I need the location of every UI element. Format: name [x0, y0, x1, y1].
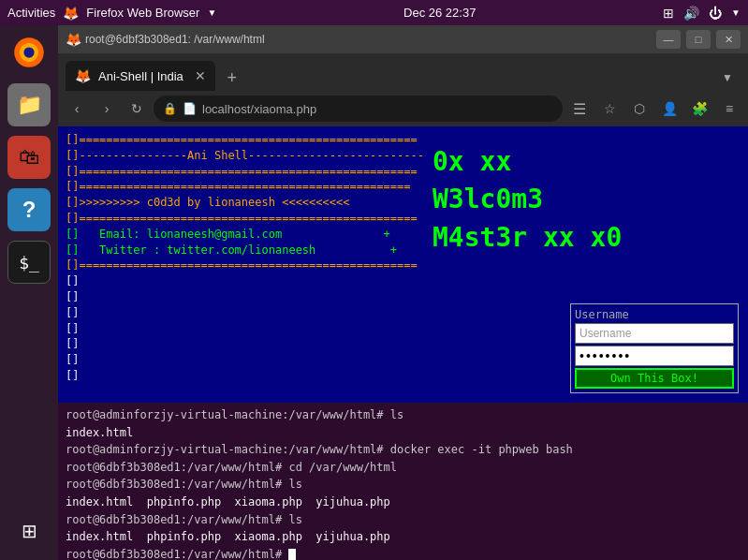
banner-line-3: []======================================…	[66, 164, 406, 180]
banner-line-2: []----------------Ani Shell-------------…	[66, 148, 406, 164]
tab-firefox-icon: 🦊	[75, 68, 91, 83]
url-path: /xiaoma.php	[250, 102, 316, 116]
url-protocol: localhost	[202, 102, 250, 116]
chevron-icon[interactable]: ▼	[731, 7, 741, 18]
dock-help[interactable]: ?	[7, 188, 51, 231]
dropdown-arrow[interactable]: ▼	[207, 7, 216, 18]
files-icon: 📁	[17, 93, 42, 117]
term-line-9: root@6dbf3b308ed1:/var/www/html#	[66, 546, 741, 560]
back-button[interactable]: ‹	[64, 96, 90, 122]
new-tab-button[interactable]: +	[219, 65, 245, 91]
term-line-4: root@6dbf3b308ed1:/var/www/html# cd /var…	[66, 459, 741, 477]
window-controls: — □ ✕	[656, 30, 741, 49]
welcome-line2: W3lc0m3	[433, 183, 543, 216]
tab-list-button[interactable]: ▼	[714, 65, 741, 91]
terminal-icon: $_	[19, 253, 39, 273]
window-maximize-button[interactable]: □	[686, 30, 711, 49]
banner-empty-1: []	[66, 273, 406, 289]
topbar-right: ⊞ 🔊 ⏻ ▼	[663, 6, 748, 21]
window-title-area: 🦊 root@6dbf3b308ed1: /var/www/html	[66, 32, 265, 47]
welcome-line3: M4st3r xx x0	[433, 221, 622, 255]
banner-empty-4: []	[66, 321, 406, 337]
window-close-button[interactable]: ✕	[716, 30, 741, 49]
own-box-button[interactable]: Own This Box!	[575, 368, 734, 389]
pocket-icon[interactable]: ⬡	[626, 96, 653, 122]
power-icon[interactable]: ⏻	[709, 6, 722, 21]
left-dock: 📁 🛍 ? $_ ⊞	[0, 25, 58, 560]
banner-twitter: [] Twitter : twitter.com/lionaneesh +	[66, 243, 406, 258]
url-bar[interactable]: 🔒 📄 localhost/xiaoma.php	[154, 96, 563, 122]
firefox-icon: 🦊	[63, 6, 79, 21]
reload-button[interactable]: ↻	[124, 96, 150, 122]
apps-grid-icon: ⊞	[22, 520, 37, 542]
tab-close-button[interactable]: ✕	[195, 68, 206, 83]
banner-empty-2: []	[66, 289, 406, 305]
password-input[interactable]	[575, 346, 734, 366]
page-icon: 📄	[183, 102, 197, 115]
topbar-center: Dec 26 22:37	[403, 6, 476, 20]
topbar: Activities 🦊 Firefox Web Browser ▼ Dec 2…	[0, 0, 748, 25]
tab-bar: 🦊 Ani-Shell | India ✕ + ▼	[58, 53, 748, 91]
browser-name: Firefox Web Browser	[86, 6, 199, 20]
window-firefox-icon: 🦊	[66, 32, 81, 47]
banner-line-1: []======================================…	[66, 132, 406, 148]
bookmark-list-icon[interactable]: ☰	[566, 96, 593, 122]
star-icon[interactable]: ☆	[596, 96, 623, 122]
active-tab[interactable]: 🦊 Ani-Shell | India ✕	[66, 61, 215, 91]
page-content: []======================================…	[58, 126, 748, 560]
username-input[interactable]	[575, 323, 734, 344]
datetime: Dec 26 22:37	[403, 6, 476, 20]
menu-button[interactable]: ≡	[716, 96, 742, 122]
dock-terminal[interactable]: $_	[7, 241, 51, 284]
terminal-output: root@adminforzjy-virtual-machine:/var/ww…	[58, 403, 748, 560]
topbar-left: Activities 🦊 Firefox Web Browser ▼	[0, 6, 216, 21]
forward-button[interactable]: ›	[94, 96, 120, 122]
banner-line-4: []======================================…	[66, 179, 406, 195]
shell-header: []======================================…	[58, 126, 748, 403]
banner-line-8: []======================================…	[66, 258, 406, 273]
window-minimize-button[interactable]: —	[656, 30, 681, 49]
nav-right-icons: ☰ ☆ ⬡ 👤 🧩 ≡	[566, 96, 742, 122]
banner-empty-3: []	[66, 305, 406, 321]
banner-empty-5: []	[66, 336, 406, 352]
term-line-3: root@adminforzjy-virtual-machine:/var/ww…	[66, 441, 741, 459]
username-label: Username	[575, 308, 734, 321]
volume-icon[interactable]: 🔊	[683, 6, 699, 21]
window-title-text: root@6dbf3b308ed1: /var/www/html	[85, 33, 265, 46]
network-icon[interactable]: ⊞	[663, 6, 674, 21]
term-line-1: root@adminforzjy-virtual-machine:/var/ww…	[66, 406, 741, 424]
tab-title: Ani-Shell | India	[98, 69, 183, 83]
banner-line-5: []>>>>>>>>> c0d3d by lionaneesh <<<<<<<<…	[66, 195, 406, 211]
dock-apps[interactable]: ⊞	[7, 509, 51, 553]
banner-empty-7: []	[66, 368, 406, 384]
shell-welcome: 0x xx W3lc0m3 M4st3r xx x0 Username Own …	[414, 126, 748, 403]
banner-empty-6: []	[66, 352, 406, 368]
navigation-bar: ‹ › ↻ 🔒 📄 localhost/xiaoma.php ☰ ☆ ⬡ 👤 🧩…	[58, 91, 748, 126]
term-line-5: root@6dbf3b308ed1:/var/www/html# ls	[66, 476, 741, 494]
help-icon: ?	[22, 197, 37, 223]
dock-firefox[interactable]	[7, 31, 51, 74]
extensions-icon[interactable]: 🧩	[686, 96, 712, 122]
banner-email: [] Email: lionaneesh@gmail.com +	[66, 227, 406, 243]
welcome-line1: 0x xx	[433, 145, 511, 179]
window-titlebar: 🦊 root@6dbf3b308ed1: /var/www/html — □ ✕	[58, 25, 748, 53]
term-line-6: index.html phpinfo.php xiaoma.php yijuhu…	[66, 494, 741, 511]
shell-banner: []======================================…	[58, 126, 414, 403]
dock-software[interactable]: 🛍	[7, 136, 51, 179]
software-icon: 🛍	[19, 145, 39, 169]
term-line-7: root@6dbf3b308ed1:/var/www/html# ls	[66, 511, 741, 529]
term-line-8: index.html phpinfo.php xiaoma.php yijuhu…	[66, 528, 741, 546]
connection-icon: 🔒	[163, 102, 177, 115]
banner-line-6: []======================================…	[66, 211, 406, 227]
term-line-2: index.html	[66, 424, 741, 442]
account-icon[interactable]: 👤	[656, 96, 682, 122]
url-text: localhost/xiaoma.php	[202, 102, 316, 116]
login-box: Username Own This Box!	[570, 303, 739, 393]
browser-window: 🦊 root@6dbf3b308ed1: /var/www/html — □ ✕…	[58, 25, 748, 560]
svg-point-2	[23, 47, 34, 57]
activities-label[interactable]: Activities	[7, 6, 55, 20]
dock-files[interactable]: 📁	[7, 83, 51, 126]
